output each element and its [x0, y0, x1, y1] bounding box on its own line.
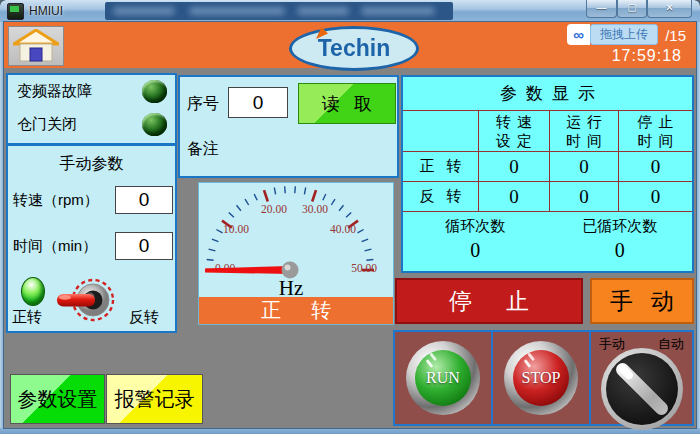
button-highlight — [524, 359, 532, 368]
selector-lever-icon — [613, 360, 670, 417]
minimize-button[interactable]: — — [586, 0, 617, 18]
screen-content: Techin ∞ 拖拽上传 /15 17:59:18 变频器故障 仓门关闭 — [4, 22, 696, 428]
drag-upload-button[interactable]: 拖拽上传 — [590, 24, 658, 45]
manual-params-panel: 手动参数 转速（rpm） 时间（min） — [6, 144, 177, 333]
clock-display: 17:59:18 — [612, 47, 682, 65]
home-icon — [13, 29, 59, 63]
window-border-bottom — [0, 428, 700, 434]
frequency-gauge-panel: 0.00 10.00 20.00 30.00 40.00 50.00 Hz 正转 — [198, 182, 394, 325]
close-button[interactable]: ✕ — [647, 0, 692, 18]
button-highlight — [426, 359, 434, 368]
param-table-title: 参数显示 — [403, 77, 692, 111]
mode-selector-switch[interactable] — [601, 348, 683, 430]
page-indicator: /15 — [665, 27, 686, 44]
cycled-label: 已循环次数 — [548, 217, 693, 236]
stop-pushbutton-cell: STOP — [491, 330, 591, 426]
window-border-right — [696, 22, 700, 434]
upload-icon-box: ∞ — [567, 24, 590, 45]
stop-pushbutton[interactable]: STOP — [504, 341, 578, 415]
alarm-row-door: 仓门关闭 — [8, 108, 175, 141]
alarm-records-button[interactable]: 报警记录 — [106, 374, 203, 424]
forward-label: 正转 — [12, 308, 42, 327]
logo-text: Techin — [318, 34, 390, 62]
window-title: HMIUI — [29, 4, 63, 18]
inverter-fault-label: 变频器故障 — [17, 82, 142, 101]
gauge-unit: Hz — [279, 276, 304, 299]
stop-button[interactable]: 停止 — [395, 278, 583, 324]
door-closed-label: 仓门关闭 — [17, 115, 142, 134]
upload-icon: ∞ — [573, 30, 584, 40]
svg-text:40.00: 40.00 — [330, 223, 356, 235]
manual-params-title: 手动参数 — [8, 154, 175, 175]
alarm-row-inverter: 变频器故障 — [8, 75, 175, 108]
svg-text:10.00: 10.00 — [223, 223, 249, 235]
forward-running-lamp-icon — [21, 277, 45, 306]
cycle-counters: 循环次数 0 已循环次数 0 — [403, 212, 692, 270]
param-settings-button[interactable]: 参数设置 — [10, 374, 105, 424]
speed-input[interactable] — [115, 186, 173, 214]
cycles-value: 0 — [403, 239, 548, 262]
title-bar: HMIUI — ▢ ✕ — [0, 0, 700, 22]
brand-logo: Techin — [289, 26, 419, 71]
table-row-forward: 正转 0 0 0 — [403, 152, 692, 182]
cycled-value: 0 — [548, 239, 693, 262]
read-button[interactable]: 读取 — [298, 83, 396, 124]
mode-selector-cell: 手动 自动 — [589, 330, 694, 426]
orange-header: Techin ∞ 拖拽上传 /15 17:59:18 — [4, 22, 696, 68]
run-direction-status: 正转 — [199, 297, 393, 324]
hmi-window: HMIUI — ▢ ✕ Techin — [0, 0, 700, 434]
direction-toggle-switch[interactable] — [53, 274, 119, 330]
serial-read-panel: 序号 读取 备注 — [178, 75, 399, 178]
stop-pushbutton-label: STOP — [522, 369, 561, 387]
door-closed-lamp-icon — [142, 113, 167, 136]
svg-text:30.00: 30.00 — [302, 203, 328, 215]
alarm-status-panel: 变频器故障 仓门关闭 — [6, 73, 177, 145]
param-table-header: 转速设定 运行时间 停止时间 — [403, 111, 692, 152]
note-label: 备注 — [187, 139, 219, 160]
cycles-label: 循环次数 — [403, 217, 548, 236]
app-icon — [7, 3, 24, 20]
redacted-title-text — [105, 2, 453, 20]
time-label: 时间（min） — [13, 237, 115, 256]
run-pushbutton[interactable]: RUN — [406, 341, 480, 415]
param-display-panel: 参数显示 转速设定 运行时间 停止时间 正转 0 0 0 反转 0 0 0 — [401, 75, 694, 273]
frequency-gauge: 0.00 10.00 20.00 30.00 40.00 50.00 Hz — [199, 183, 393, 299]
selector-manual-label: 手动 — [599, 335, 625, 353]
manual-mode-button[interactable]: 手动 — [590, 278, 694, 324]
svg-text:20.00: 20.00 — [261, 203, 287, 215]
svg-text:50.00: 50.00 — [351, 262, 377, 274]
run-pushbutton-label: RUN — [426, 369, 460, 387]
reverse-label: 反转 — [129, 308, 159, 327]
selector-auto-label: 自动 — [658, 335, 684, 353]
home-button[interactable] — [8, 26, 64, 66]
serial-label: 序号 — [187, 94, 219, 115]
inverter-fault-lamp-icon — [142, 80, 167, 103]
maximize-button[interactable]: ▢ — [617, 0, 647, 18]
col-run-time: 运行 — [560, 112, 608, 131]
speed-label: 转速（rpm） — [13, 191, 115, 210]
table-row-reverse: 反转 0 0 0 — [403, 182, 692, 212]
col-stop-time: 停止 — [632, 112, 680, 131]
run-pushbutton-cell: RUN — [393, 330, 493, 426]
col-speed-set: 转速 — [490, 112, 538, 131]
serial-input[interactable] — [228, 87, 288, 118]
time-input[interactable] — [115, 232, 173, 260]
